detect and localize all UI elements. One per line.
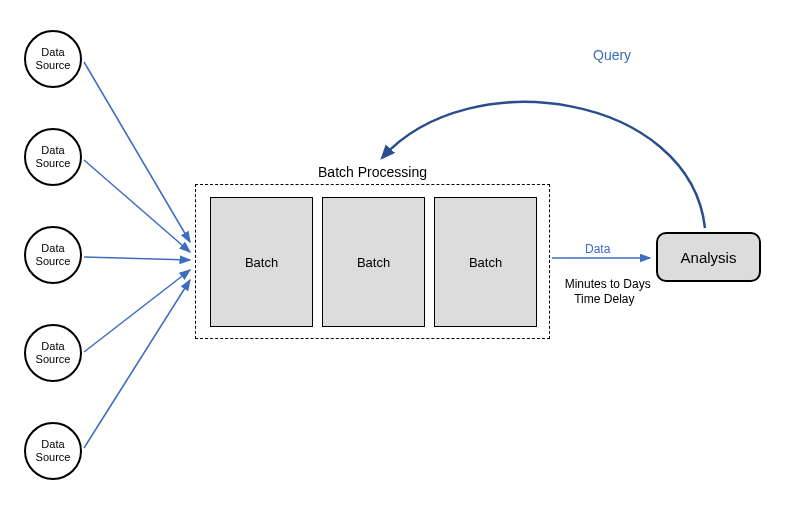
data-source-label: DataSource [36, 340, 71, 366]
data-source-3: DataSource [24, 226, 82, 284]
arrow-source-3 [84, 257, 190, 260]
arrow-source-5 [84, 280, 190, 448]
data-label: Data [585, 242, 610, 256]
batch-processing-title: Batch Processing [195, 164, 550, 180]
batch-label: Batch [469, 255, 502, 270]
arrow-source-4 [84, 270, 190, 352]
batch-box-2: Batch [322, 197, 425, 327]
data-source-label: DataSource [36, 144, 71, 170]
data-source-1: DataSource [24, 30, 82, 88]
analysis-label: Analysis [681, 249, 737, 266]
data-source-2: DataSource [24, 128, 82, 186]
analysis-box: Analysis [656, 232, 761, 282]
query-label: Query [593, 47, 631, 63]
delay-label: Minutes to DaysTime Delay [558, 261, 651, 308]
arrow-source-1 [84, 62, 190, 242]
data-source-label: DataSource [36, 46, 71, 72]
batch-label: Batch [357, 255, 390, 270]
data-source-4: DataSource [24, 324, 82, 382]
data-source-label: DataSource [36, 438, 71, 464]
batch-box-3: Batch [434, 197, 537, 327]
data-source-5: DataSource [24, 422, 82, 480]
arrow-source-2 [84, 160, 190, 252]
batch-processing-container: Batch Batch Batch [195, 184, 550, 339]
batch-label: Batch [245, 255, 278, 270]
batch-box-1: Batch [210, 197, 313, 327]
data-source-label: DataSource [36, 242, 71, 268]
